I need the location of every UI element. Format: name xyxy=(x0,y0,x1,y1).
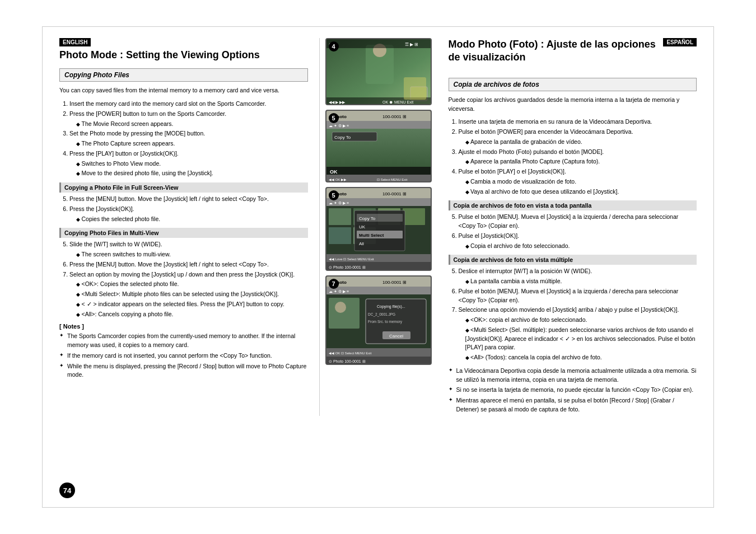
step-es-3-sub: Aparece la pantalla Photo Capture (Captu… xyxy=(465,157,697,166)
step-en-7-sub2: <Multi Select>: Multiple photo files can… xyxy=(76,290,308,299)
svg-rect-52 xyxy=(329,298,360,329)
step-en-7-sub1: <OK>: Copies the selected photo file. xyxy=(76,280,308,289)
step-en-5b: Slide the [W/T] switch to W (WIDE). The … xyxy=(69,240,308,259)
svg-text:⊙ Photo  100-0001 ⊞: ⊙ Photo 100-0001 ⊞ xyxy=(329,265,366,269)
copying-files-heading: Copying Photo Files xyxy=(59,68,308,82)
step-es-6a: Pulse el [Joystick(OK)]. Copia el archiv… xyxy=(459,232,697,251)
page-number: 74 xyxy=(59,483,75,498)
espanol-column: Modo Photo (Foto) : Ajuste de las opcion… xyxy=(437,38,697,416)
svg-text:OK: OK xyxy=(330,169,338,175)
step-en-7-sub4: <All>: Cancels copying a photo file. xyxy=(76,310,308,319)
svg-text:Multi Select: Multi Select xyxy=(359,233,384,238)
step-en-1: Insert the memory card into the memory c… xyxy=(69,100,308,109)
english-title: Photo Mode : Setting the Viewing Options xyxy=(59,49,308,62)
svg-point-53 xyxy=(335,302,346,313)
espanol-title: Modo Photo (Foto) : Ajuste de las opcion… xyxy=(449,38,664,64)
svg-text:☰ ▶ ⊞: ☰ ▶ ⊞ xyxy=(405,42,418,47)
svg-text:☁ ✦ ⚙ ▶ ≡: ☁ ✦ ⚙ ▶ ≡ xyxy=(329,289,349,293)
screen7-svg: ⊙ Photo 100-0001 ⊞ ☁ ✦ ⚙ ▶ ≡ Copying fil… xyxy=(326,277,432,365)
svg-text:DC_2_0001.JPG: DC_2_0001.JPG xyxy=(368,312,395,317)
step-en-6a-sub: Copies the selected photo file. xyxy=(76,215,308,224)
svg-text:100-0001 ⊞: 100-0001 ⊞ xyxy=(382,114,407,119)
notes-es: La Videocámara Deportiva copia desde la … xyxy=(449,367,697,414)
step-es-5a: Pulse el botón [MENU]. Mueva el [Joystic… xyxy=(459,213,697,231)
step-es-3: Ajuste el modo Photo (Foto) pulsando el … xyxy=(459,148,697,167)
copying-files-heading-es: Copia de archivos de fotos xyxy=(449,78,697,91)
screen-num-5b: 5 xyxy=(329,190,339,200)
svg-text:All: All xyxy=(359,241,364,246)
note-en-3: While the menu is displayed, pressing th… xyxy=(59,362,308,380)
copying-intro: You can copy saved files from the intern… xyxy=(59,86,308,95)
multi-view-steps-en: Slide the [W/T] switch to W (WIDE). The … xyxy=(59,240,308,318)
main-steps-es: Inserte una tarjeta de memoria en su ran… xyxy=(449,118,697,196)
svg-text:◀◀ OK ⊡ Select MENU Exit: ◀◀ OK ⊡ Select MENU Exit xyxy=(329,352,372,355)
multi-view-steps-es: Deslice el interruptor [W/T] a la posici… xyxy=(449,267,697,362)
step-es-7-sub3: <All> (Todos): cancela la copia del arch… xyxy=(465,353,697,362)
note-es-3: Mientras aparece el menú en pantalla, si… xyxy=(449,396,697,414)
step-en-6b: Press the [MENU] button. Move the [Joyst… xyxy=(69,260,308,269)
step-en-3: Set the Photo mode by pressing the [MODE… xyxy=(69,129,308,148)
step-es-1: Inserte una tarjeta de memoria en su ran… xyxy=(459,118,697,127)
svg-text:Copy To: Copy To xyxy=(359,216,376,221)
svg-text:Copying file(s)...: Copying file(s)... xyxy=(377,305,405,309)
step-es-6a-sub: Copia el archivo de foto seleccionado. xyxy=(465,242,697,251)
svg-rect-33 xyxy=(329,227,351,244)
screen5a-svg: ⊙ Photo 100-0001 ⊞ ☁ ✦ ⚙ ▶ ≡ Copy To OK xyxy=(326,111,432,182)
svg-text:100-0001 ⊞: 100-0001 ⊞ xyxy=(382,280,407,285)
full-screen-heading-en: Copying a Photo File in Full Screen-View xyxy=(59,182,308,193)
screen-5a: 5 ⊙ Photo 100-0001 ⊞ ☁ ✦ ⚙ ▶ ≡ xyxy=(325,110,432,182)
copying-intro-es: Puede copiar los archivos guardados desd… xyxy=(449,96,697,114)
step-en-2-sub: The Movie Record screen appears. xyxy=(76,120,308,129)
screen-5b: 5 ⊙ Photo 100-0001 ⊞ ☁ ✦ ⚙ ▶ ≡ xyxy=(325,187,432,271)
screen5b-svg: ⊙ Photo 100-0001 ⊞ ☁ ✦ ⚙ ▶ ≡ xyxy=(326,188,432,271)
screen-num-7: 7 xyxy=(329,279,339,289)
svg-rect-18 xyxy=(326,167,432,176)
step-en-2: Press the [POWER] button to turn on the … xyxy=(69,110,308,129)
step-en-4-sub1: Switches to Photo View mode. xyxy=(76,160,308,168)
center-screens: 4 xyxy=(320,38,437,416)
svg-rect-29 xyxy=(329,208,351,225)
main-steps-en: Insert the memory card into the memory c… xyxy=(59,100,308,178)
step-en-3-sub: The Photo Capture screen appears. xyxy=(76,139,308,148)
screen4-image: ⊙ ☰ ▶ ⊞ ◀◀ ▶ ▶▶ OK ⏺ MENU Exit xyxy=(326,39,431,104)
screen-4: 4 xyxy=(325,38,432,105)
step-es-5b: Deslice el interruptor [W/T] a la posici… xyxy=(459,267,697,286)
multi-view-heading-en: Copying Photo Files in Multi-View xyxy=(59,228,308,238)
screen-7: 7 ⊙ Photo 100-0001 ⊞ ☁ ✦ ⚙ ▶ ≡ xyxy=(325,275,432,365)
svg-text:OK ⏺ MENU Exit: OK ⏺ MENU Exit xyxy=(382,100,413,104)
svg-text:◀◀ Love ⊡ Select MENU Exit: ◀◀ Love ⊡ Select MENU Exit xyxy=(329,257,374,261)
svg-text:UK: UK xyxy=(359,224,366,229)
svg-rect-3 xyxy=(410,87,427,101)
svg-text:◀◀ OK ▶▶: ◀◀ OK ▶▶ xyxy=(329,178,347,181)
step-es-7-sub2: <Multi Select> (Sel. múltiple): pueden s… xyxy=(465,326,697,352)
espanol-header: Modo Photo (Foto) : Ajuste de las opcion… xyxy=(449,38,697,71)
full-screen-steps-en: Press the [MENU] button. Move the [Joyst… xyxy=(59,195,308,223)
page: ENGLISH Photo Mode : Setting the Viewing… xyxy=(42,26,714,508)
step-en-5b-sub: The screen switches to multi-view. xyxy=(76,250,308,259)
note-en-2: If the memory card is not inserted, you … xyxy=(59,352,308,360)
step-en-5a: Press the [MENU] button. Move the [Joyst… xyxy=(69,195,308,204)
full-screen-heading-es: Copia de archivos de foto en vista a tod… xyxy=(449,200,697,210)
screen4-svg: ⊙ ☰ ▶ ⊞ ◀◀ ▶ ▶▶ OK ⏺ MENU Exit xyxy=(326,39,432,105)
step-es-7: Seleccione una opción moviendo el [Joyst… xyxy=(459,306,697,362)
step-es-2: Pulse el botón [POWER] para encender la … xyxy=(459,128,697,147)
step-en-4-sub2: Move to the desired photo file, using th… xyxy=(76,169,308,178)
english-column: ENGLISH Photo Mode : Setting the Viewing… xyxy=(59,38,320,416)
svg-text:⊙ Photo  100-0001 ⊞: ⊙ Photo 100-0001 ⊞ xyxy=(329,359,366,363)
step-en-6a: Press the [Joystick(OK)]. Copies the sel… xyxy=(69,205,308,224)
notes-title-en: [ Notes ] xyxy=(59,323,308,330)
notes-en: [ Notes ] The Sports Camcorder copies fr… xyxy=(59,323,308,380)
step-es-4-sub1: Cambia a modo de visualización de foto. xyxy=(465,177,697,186)
svg-text:Cancel: Cancel xyxy=(389,334,403,339)
svg-text:☁ ✦ ⚙ ▶ ≡: ☁ ✦ ⚙ ▶ ≡ xyxy=(329,124,349,128)
svg-text:Copy To: Copy To xyxy=(334,135,351,140)
english-badge: ENGLISH xyxy=(59,38,91,46)
step-es-2-sub: Aparece la pantalla de grabación de víde… xyxy=(465,138,697,147)
note-es-1: La Videocámara Deportiva copia desde la … xyxy=(449,367,697,385)
step-es-6b: Pulse el botón [MENU]. Mueva el [Joystic… xyxy=(459,287,697,305)
svg-text:⊡ Select MENU Exit: ⊡ Select MENU Exit xyxy=(377,178,408,181)
screen-num-4: 4 xyxy=(329,41,339,51)
step-es-4: Pulse el botón [PLAY] o el [Joystick(OK)… xyxy=(459,167,697,196)
note-es-2: Si no se inserta la tarjeta de memoria, … xyxy=(449,386,697,395)
svg-text:◀◀ ▶ ▶▶: ◀◀ ▶ ▶▶ xyxy=(329,100,346,104)
